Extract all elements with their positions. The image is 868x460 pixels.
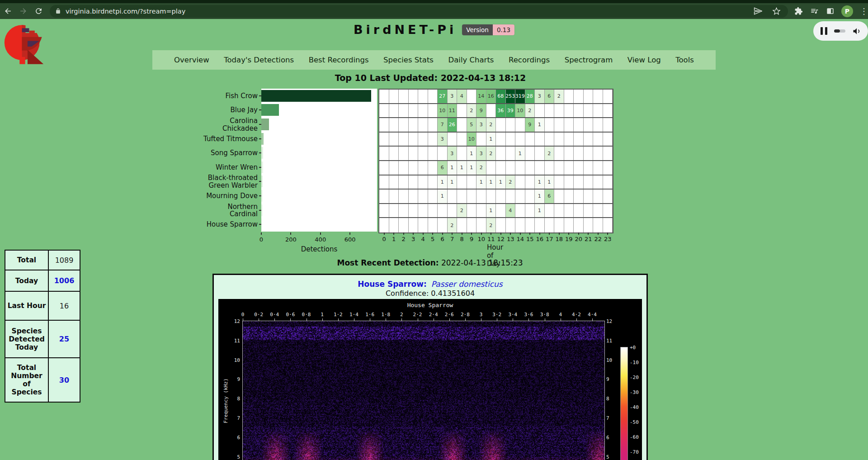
seek-slider[interactable] bbox=[834, 29, 845, 33]
time-tick-label: 4·2 bbox=[572, 312, 581, 318]
heatmap-cell bbox=[496, 133, 506, 146]
hour-tick-label: 16 bbox=[536, 236, 543, 242]
hour-tick-label: 13 bbox=[507, 236, 514, 242]
hour-tick-label: 4 bbox=[421, 236, 425, 242]
heatmap-cell: 3 bbox=[476, 147, 486, 160]
heatmap-cell bbox=[428, 218, 438, 232]
top10-heading: Top 10 Last Updated: 2022-04-13 18:12 bbox=[335, 73, 526, 83]
heatmap-cell bbox=[379, 161, 389, 175]
bar-xaxis-title: Detections bbox=[301, 245, 338, 253]
media-controls-icon[interactable] bbox=[810, 7, 819, 15]
freq-tick-label: 6 bbox=[606, 434, 622, 440]
detection-species-link[interactable]: House Sparrow: bbox=[358, 280, 426, 289]
nav-item-spectrogram[interactable]: Spectrogram bbox=[565, 56, 613, 64]
url-bar[interactable]: virginia.birdnetpi.com/?stream=play bbox=[50, 5, 788, 18]
reload-icon[interactable] bbox=[31, 5, 46, 18]
y-tick bbox=[259, 152, 261, 153]
heatmap-cell bbox=[399, 147, 409, 160]
pause-icon[interactable] bbox=[821, 27, 827, 35]
hour-tick bbox=[462, 232, 462, 235]
heatmap-cell bbox=[515, 218, 525, 232]
volume-icon[interactable] bbox=[852, 27, 861, 36]
heatmap-cell bbox=[418, 161, 428, 175]
heatmap-cell bbox=[574, 118, 584, 132]
spectrogram-plot bbox=[243, 321, 604, 460]
x-tick bbox=[290, 232, 291, 235]
url-text: virginia.birdnetpi.com/?stream=play bbox=[66, 8, 754, 15]
time-tick bbox=[497, 318, 497, 321]
heatmap-cell: 10 bbox=[438, 104, 448, 118]
hour-tick-label: 12 bbox=[497, 236, 505, 242]
time-tick-label: 0 bbox=[241, 312, 245, 318]
nav-item-today-s-detections[interactable]: Today's Detections bbox=[224, 56, 294, 64]
back-icon[interactable] bbox=[0, 5, 15, 18]
heatmap-cell bbox=[409, 190, 419, 203]
extensions-icon[interactable] bbox=[794, 7, 803, 15]
species-label: Black-throated Green Warbler bbox=[190, 174, 258, 189]
share-icon[interactable] bbox=[754, 7, 762, 15]
hour-tick-label: 22 bbox=[594, 236, 602, 242]
heatmap-cell bbox=[593, 161, 603, 175]
heatmap-cell bbox=[399, 190, 409, 203]
heatmap-cell bbox=[584, 118, 594, 132]
hour-tick bbox=[539, 232, 540, 235]
nav-item-overview[interactable]: Overview bbox=[174, 56, 209, 64]
heatmap-cell bbox=[593, 133, 603, 146]
heatmap-cell bbox=[379, 147, 389, 160]
freq-tick-label: 9 bbox=[225, 376, 240, 382]
freq-tick-label: 12 bbox=[225, 318, 240, 324]
heatmap-cell bbox=[574, 104, 584, 118]
heatmap-cell bbox=[564, 133, 574, 146]
nav-item-recordings[interactable]: Recordings bbox=[509, 56, 550, 64]
hour-tick bbox=[423, 232, 424, 235]
time-tick bbox=[290, 318, 291, 321]
time-tick bbox=[259, 318, 259, 321]
heatmap-cell: 2 bbox=[457, 204, 467, 218]
heatmap-row: 22 bbox=[379, 218, 613, 232]
heatmap-cell bbox=[593, 204, 603, 218]
stats-value-link[interactable]: 25 bbox=[49, 321, 80, 357]
hour-tick bbox=[500, 232, 501, 235]
time-tick bbox=[370, 318, 370, 321]
stats-row: Last Hour16 bbox=[5, 292, 80, 321]
heatmap-cell bbox=[593, 190, 603, 203]
forward-icon[interactable] bbox=[15, 5, 31, 18]
heatmap-cell: 26 bbox=[448, 118, 458, 132]
time-tick-label: 3·8 bbox=[540, 312, 549, 318]
hourly-heatmap: 2734141668253319283621011293639102726532… bbox=[378, 89, 613, 233]
nav-item-daily-charts[interactable]: Daily Charts bbox=[448, 56, 494, 64]
heatmap-cell bbox=[486, 190, 496, 203]
heatmap-cell bbox=[535, 104, 545, 118]
freq-tick-label: 9 bbox=[606, 376, 622, 382]
heatmap-cell bbox=[515, 204, 525, 218]
heatmap-cell bbox=[389, 118, 399, 132]
heatmap-cell bbox=[506, 190, 516, 203]
browser-menu-icon[interactable]: ⋮ bbox=[860, 9, 868, 14]
nav-item-species-stats[interactable]: Species Stats bbox=[383, 56, 434, 64]
heatmap-cell: 11 bbox=[448, 104, 458, 118]
bookmark-star-icon[interactable] bbox=[772, 7, 781, 15]
bar bbox=[261, 147, 263, 159]
hour-tick-label: 18 bbox=[555, 236, 563, 242]
nav-item-view-log[interactable]: View Log bbox=[627, 56, 661, 64]
heatmap-cell bbox=[428, 204, 438, 218]
nav-item-tools[interactable]: Tools bbox=[675, 56, 694, 64]
heatmap-cell bbox=[603, 104, 613, 118]
stats-value-link[interactable]: 1006 bbox=[49, 270, 80, 291]
side-panel-icon[interactable] bbox=[826, 7, 835, 15]
stats-label: Last Hour bbox=[5, 292, 49, 320]
heatmap-cell: 1 bbox=[457, 161, 467, 175]
heatmap-cell bbox=[554, 190, 564, 203]
heatmap-cell bbox=[525, 161, 535, 175]
detection-scientific-name[interactable]: Passer domesticus bbox=[431, 280, 503, 289]
time-tick bbox=[243, 318, 243, 321]
profile-avatar[interactable]: P bbox=[841, 5, 853, 17]
nav-item-best-recordings[interactable]: Best Recordings bbox=[309, 56, 369, 64]
species-label: Tufted Titmouse bbox=[190, 135, 258, 142]
heatmap-cell: 1 bbox=[496, 175, 506, 189]
time-tick bbox=[449, 318, 450, 321]
heatmap-cell bbox=[389, 161, 399, 175]
heatmap-cell: 1 bbox=[535, 118, 545, 132]
heatmap-cell bbox=[584, 147, 594, 160]
stats-value-link[interactable]: 30 bbox=[49, 358, 80, 402]
